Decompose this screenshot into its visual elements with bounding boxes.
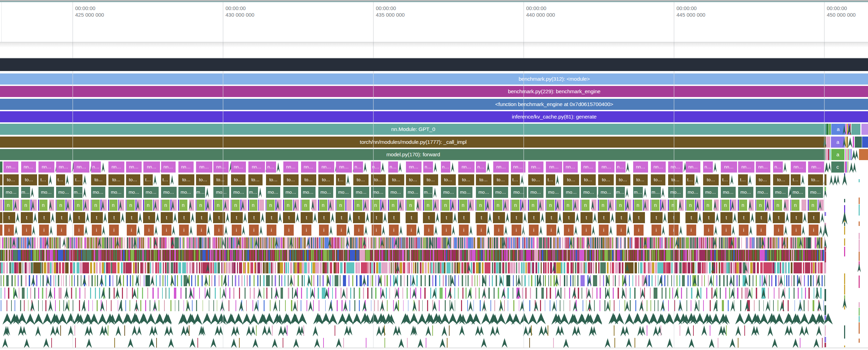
- flame-slice[interactable]: [711, 288, 712, 299]
- flame-slice[interactable]: m…: [616, 187, 625, 198]
- flame-slice[interactable]: n: [547, 200, 555, 211]
- flame-slice[interactable]: [534, 250, 538, 261]
- flame-slice[interactable]: [1, 288, 1, 299]
- flame-slice[interactable]: n: [791, 200, 799, 211]
- flame-slice[interactable]: t: [476, 212, 488, 223]
- merged-slices-marker-icon[interactable]: [381, 162, 384, 172]
- merged-slices-marker-icon[interactable]: [749, 175, 752, 185]
- merged-slices-marker-icon[interactable]: [803, 213, 807, 223]
- flame-slice[interactable]: [132, 237, 133, 248]
- flame-slice[interactable]: t: [546, 212, 558, 223]
- flame-slice[interactable]: [612, 237, 613, 248]
- flame-slice[interactable]: [813, 300, 815, 311]
- flame-slice[interactable]: [383, 237, 385, 248]
- flame-slice[interactable]: [346, 262, 354, 273]
- flame-slice[interactable]: [141, 250, 142, 261]
- merged-slices-marker-icon[interactable]: [572, 326, 577, 336]
- flame-slice[interactable]: [152, 262, 154, 273]
- flame-slice[interactable]: [279, 275, 280, 286]
- flame-slice[interactable]: n…: [266, 161, 276, 173]
- flame-slice[interactable]: [10, 250, 11, 261]
- flame-slice[interactable]: [736, 275, 737, 286]
- flame-slice[interactable]: [420, 250, 422, 261]
- flame-slice[interactable]: m…: [248, 187, 258, 198]
- flame-slice[interactable]: [41, 250, 42, 261]
- flame-slice[interactable]: [844, 306, 845, 309]
- flame-slice[interactable]: [288, 262, 289, 273]
- flame-slice[interactable]: [462, 288, 463, 299]
- flame-slice[interactable]: [275, 250, 276, 261]
- flame-slice[interactable]: [287, 250, 289, 261]
- flame-slice[interactable]: n…: [703, 161, 713, 173]
- flame-slice[interactable]: [564, 300, 564, 311]
- flame-slice[interactable]: [448, 262, 450, 273]
- flame-slice[interactable]: [178, 300, 179, 311]
- flame-slice[interactable]: [105, 275, 106, 286]
- flame-slice[interactable]: [665, 237, 666, 248]
- merged-slices-marker-icon[interactable]: [417, 339, 423, 348]
- flame-slice[interactable]: [529, 338, 530, 348]
- flame-slice[interactable]: [258, 250, 259, 261]
- merged-slices-marker-icon[interactable]: [417, 226, 420, 235]
- flame-slice[interactable]: mo…: [3, 187, 19, 198]
- flame-slice[interactable]: [323, 338, 324, 348]
- flame-slice[interactable]: [31, 262, 33, 273]
- flame-slice[interactable]: [96, 237, 97, 248]
- flame-slice[interactable]: [206, 250, 207, 261]
- flame-slice[interactable]: [178, 200, 179, 211]
- flame-slice[interactable]: [808, 200, 809, 211]
- flame-slice[interactable]: [580, 237, 581, 248]
- flame-slice[interactable]: [503, 200, 504, 211]
- flame-slice[interactable]: [757, 262, 759, 273]
- flame-slice[interactable]: to…: [266, 174, 281, 185]
- flame-slice[interactable]: [90, 262, 92, 273]
- flame-slice[interactable]: [397, 250, 398, 261]
- flame-slice[interactable]: [247, 262, 250, 273]
- flame-slice[interactable]: nn…: [231, 161, 246, 173]
- flame-slice[interactable]: [213, 300, 214, 311]
- flame-slice[interactable]: [773, 237, 774, 248]
- merged-slices-marker-icon[interactable]: [34, 213, 37, 223]
- merged-slices-marker-icon[interactable]: [207, 226, 210, 235]
- flame-slice[interactable]: [233, 237, 234, 248]
- flame-slice[interactable]: [315, 237, 316, 248]
- flame-slice[interactable]: [141, 237, 142, 248]
- merged-slices-marker-icon[interactable]: [732, 226, 735, 235]
- flame-slice[interactable]: t: [21, 212, 33, 223]
- flame-slice[interactable]: [119, 250, 120, 261]
- flame-slice[interactable]: [299, 237, 300, 248]
- flame-slice[interactable]: [311, 262, 312, 273]
- flame-slice[interactable]: [3, 250, 5, 261]
- merged-slices-marker-icon[interactable]: [552, 301, 556, 312]
- flame-slice[interactable]: [719, 275, 720, 286]
- flame-slice[interactable]: n: [809, 200, 817, 211]
- flame-slice[interactable]: [187, 250, 188, 261]
- flame-slice[interactable]: [550, 288, 551, 299]
- flame-slice[interactable]: [454, 237, 457, 248]
- flame-slice[interactable]: [426, 338, 426, 348]
- flame-slice[interactable]: [132, 275, 134, 286]
- flame-slice[interactable]: [178, 262, 181, 273]
- flame-slice[interactable]: [245, 288, 246, 299]
- flame-slice[interactable]: [313, 250, 314, 261]
- flame-slice[interactable]: [249, 275, 250, 286]
- flame-slice[interactable]: [417, 237, 418, 248]
- flame-slice[interactable]: [188, 250, 190, 261]
- flame-slice[interactable]: [254, 275, 254, 286]
- flame-slice[interactable]: [650, 200, 652, 211]
- flame-slice[interactable]: nn…: [406, 161, 422, 173]
- flame-slice[interactable]: [696, 250, 697, 261]
- flame-slice[interactable]: [331, 237, 333, 248]
- flame-slice[interactable]: [275, 262, 276, 273]
- flame-slice[interactable]: [455, 262, 455, 273]
- flame-slice[interactable]: [321, 250, 322, 261]
- flame-slice[interactable]: [570, 250, 572, 261]
- flame-slice[interactable]: [53, 275, 54, 286]
- flame-slice[interactable]: i: [267, 225, 276, 236]
- flame-slice[interactable]: [483, 237, 484, 248]
- flame-slice[interactable]: to…: [283, 174, 299, 185]
- flame-slice[interactable]: [411, 237, 412, 248]
- flame-slice[interactable]: n: [512, 200, 520, 211]
- flame-slice[interactable]: [375, 237, 376, 248]
- merged-slices-marker-icon[interactable]: [459, 325, 465, 336]
